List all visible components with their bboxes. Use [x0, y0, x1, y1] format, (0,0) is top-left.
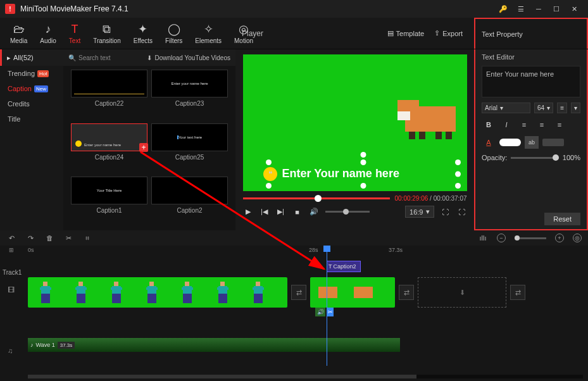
caption-thumb-selected[interactable]: Enter your name here+Caption24	[71, 123, 147, 173]
reset-button[interactable]: Reset	[544, 213, 580, 225]
clip-audio-icon[interactable]: 🔊	[315, 308, 325, 316]
download-youtube-button[interactable]: ⬇Download YouTube Videos	[147, 54, 230, 61]
maximize-button[interactable]: ☐	[547, 0, 565, 18]
library-panel: 🔍Search text ⬇Download YouTube Videos Ca…	[63, 49, 235, 230]
zoom-in-button[interactable]: +	[555, 234, 564, 242]
audio-wave-icon[interactable]: ıllı	[478, 233, 488, 243]
template-button[interactable]: ▤Template	[382, 27, 430, 40]
prev-button[interactable]: |◀	[260, 207, 270, 217]
align-left-button[interactable]: ≡	[517, 118, 531, 131]
video-clip-1[interactable]	[28, 277, 287, 308]
export-button[interactable]: ⇪Export	[429, 27, 468, 40]
add-clip-placeholder[interactable]: ⬇	[418, 277, 506, 308]
tab-text[interactable]: TText	[64, 19, 85, 47]
close-button[interactable]: ✕	[565, 0, 583, 18]
caption-thumb[interactable]: Caption22	[71, 70, 147, 120]
caption-thumb[interactable]: Your text hereCaption25	[151, 123, 228, 173]
app-title: MiniTool MovieMaker Free 7.4.1	[20, 4, 128, 13]
highlight-icon: ab	[525, 136, 539, 149]
zoom-out-button[interactable]: −	[497, 234, 506, 242]
delete-button[interactable]: 🗑	[44, 233, 54, 243]
video-clip-2[interactable]	[310, 277, 395, 308]
video-preview[interactable]: ❝ Enter Your name here	[243, 54, 467, 191]
audio-track[interactable]: ♪ Wave 137.3s	[28, 338, 583, 352]
transition-slot[interactable]: ⇄	[510, 285, 525, 300]
next-button[interactable]: ▶|	[276, 207, 286, 217]
tab-audio[interactable]: ♪Audio	[35, 19, 61, 47]
split-marker-icon[interactable]: ✂	[327, 308, 334, 316]
italic-button[interactable]: I	[499, 118, 513, 131]
tab-elements[interactable]: ✧Elements	[190, 19, 227, 47]
timeline: ⊞ 0s 28s 37.3s Track1 TCaption2 🎞 ⇄ ⇄ ⬇ …	[0, 246, 588, 381]
add-caption-button[interactable]: +	[139, 143, 148, 152]
fullscreen-button[interactable]: ⛶	[457, 207, 467, 217]
progress-bar[interactable]	[243, 197, 390, 199]
category-sidebar: ▸All(52) TrendingHot CaptionNew Credits …	[0, 49, 63, 230]
opacity-label: Opacity:	[482, 154, 507, 161]
crop-button[interactable]: ⌗	[82, 233, 92, 243]
text-content-input[interactable]: Enter Your name here	[482, 66, 580, 97]
volume-slider[interactable]	[325, 211, 370, 213]
transition-slot[interactable]: ⇄	[399, 285, 414, 300]
timeline-ruler[interactable]: ⊞ 0s 28s 37.3s	[0, 246, 588, 257]
chevron-down-icon: ▾	[547, 104, 550, 111]
undo-button[interactable]: ↶	[6, 233, 16, 243]
timeline-scrollbar[interactable]	[28, 375, 583, 378]
zoom-slider[interactable]	[515, 237, 546, 239]
text-color-icon: A	[482, 136, 496, 149]
sidebar-item-caption[interactable]: CaptionNew	[0, 81, 63, 96]
key-icon[interactable]: 🔑	[494, 0, 512, 18]
opacity-slider[interactable]	[511, 157, 559, 159]
player-panel: ❝ Enter Your name here 00:00:29:06 / 00:…	[235, 49, 474, 230]
zoom-fit-button[interactable]: ◎	[573, 234, 582, 242]
audio-clip[interactable]: ♪ Wave 137.3s	[28, 338, 400, 352]
playhead[interactable]	[327, 246, 327, 366]
search-icon: 🔍	[68, 54, 76, 61]
align-right-button[interactable]: ≡	[553, 118, 566, 131]
font-select[interactable]: Arial▾	[482, 103, 530, 113]
sidebar-item-credits[interactable]: Credits	[0, 96, 63, 111]
download-icon: ⬇	[147, 54, 152, 61]
spacing-button[interactable]: ≡	[557, 103, 567, 113]
add-track-icon[interactable]: ⊞	[9, 247, 14, 253]
video-track[interactable]: ⇄ ⇄ ⬇ ⇄	[28, 275, 583, 310]
tab-effects[interactable]: ✦Effects	[128, 19, 158, 47]
text-overlay-box[interactable]: ❝ Enter Your name here	[268, 162, 458, 186]
highlight-color-swatch[interactable]	[542, 139, 564, 146]
search-input[interactable]: 🔍Search text	[68, 54, 111, 61]
titlebar: ! MiniTool MovieMaker Free 7.4.1 🔑 ☰ ─ ☐…	[0, 0, 588, 18]
transition-slot[interactable]: ⇄	[291, 285, 306, 300]
text-icon: T	[328, 263, 332, 270]
volume-icon[interactable]: 🔊	[309, 207, 319, 217]
progress-knob[interactable]	[315, 195, 322, 202]
aspect-select[interactable]: 16:9▾	[405, 206, 434, 218]
text-track[interactable]: TCaption2	[28, 257, 583, 275]
tab-filters[interactable]: ◯Filters	[160, 19, 187, 47]
caption-thumb[interactable]: Caption2	[151, 177, 228, 227]
audio-track-icon: ♫	[8, 335, 20, 366]
stop-button[interactable]: ■	[292, 207, 303, 217]
player-label: Player	[242, 29, 263, 38]
more-button[interactable]: ▾	[571, 103, 580, 113]
align-center-button[interactable]: ≡	[535, 118, 549, 131]
text-color-swatch[interactable]	[499, 139, 521, 146]
overlay-text: Enter Your name here	[282, 167, 399, 180]
caption-thumb[interactable]: Enter your name hereCaption23	[151, 70, 228, 120]
size-select[interactable]: 64▾	[534, 103, 553, 113]
sidebar-item-trending[interactable]: TrendingHot	[0, 66, 63, 81]
chevron-down-icon: ▾	[500, 104, 503, 111]
snapshot-button[interactable]: ⛶	[441, 207, 451, 217]
play-button[interactable]: ▶	[243, 207, 253, 217]
caption-thumb[interactable]: Your Title HereCaption1	[71, 177, 147, 227]
bold-button[interactable]: B	[482, 118, 496, 131]
opacity-value: 100%	[563, 154, 580, 161]
tab-transition[interactable]: ⧉Transition	[88, 19, 126, 47]
split-button[interactable]: ✂	[63, 233, 73, 243]
all-header[interactable]: ▸All(52)	[0, 49, 63, 66]
caption-clip[interactable]: TCaption2	[327, 261, 361, 272]
redo-button[interactable]: ↷	[25, 233, 35, 243]
sidebar-item-title[interactable]: Title	[0, 111, 63, 127]
menu-icon[interactable]: ☰	[512, 0, 530, 18]
minimize-button[interactable]: ─	[530, 0, 547, 18]
tab-media[interactable]: 🗁Media	[5, 19, 32, 47]
